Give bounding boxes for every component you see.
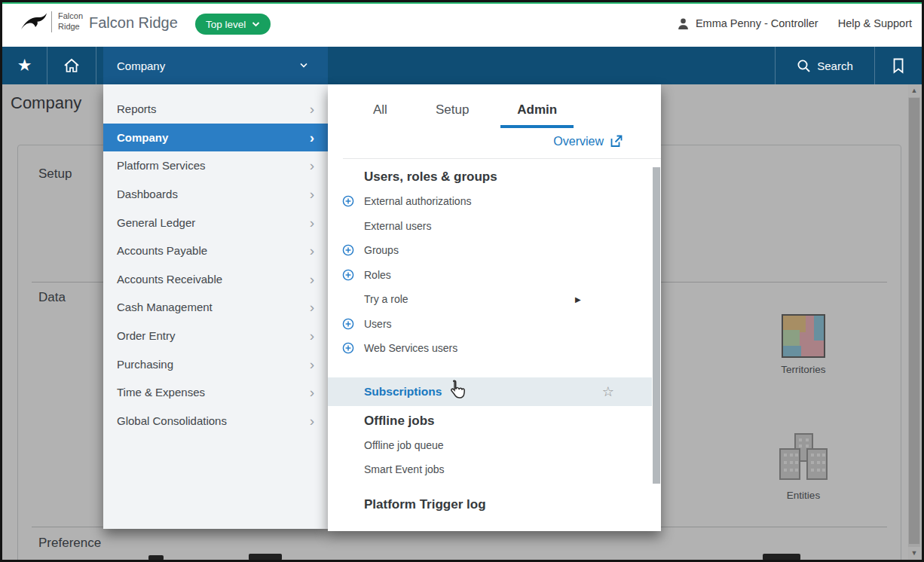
chevron-down-icon <box>252 21 260 27</box>
chevron-right-icon: › <box>310 187 314 201</box>
menu-item[interactable]: Users <box>328 312 652 337</box>
chevron-right-icon: › <box>310 357 314 371</box>
menu-item[interactable]: Roles <box>328 263 652 288</box>
favorite-star-icon[interactable]: ☆ <box>602 383 614 400</box>
logo-wordmark: Falcon Ridge <box>51 11 83 32</box>
search-icon <box>797 59 811 73</box>
module-menu-item[interactable]: Platform Services › <box>103 151 328 180</box>
falcon-logo-icon <box>20 11 47 34</box>
submenu-arrow-icon: ▶ <box>575 295 581 304</box>
overview-link[interactable]: Overview <box>553 134 623 148</box>
group-heading-users: Users, roles & groups <box>364 170 652 185</box>
favorites-button[interactable]: ★ <box>2 47 47 84</box>
add-new-icon[interactable] <box>342 244 354 256</box>
home-button[interactable] <box>47 47 96 84</box>
chevron-right-icon: › <box>310 102 314 116</box>
module-menu-item[interactable]: Time & Expenses › <box>103 378 328 407</box>
module-menu-item[interactable]: Reports › <box>103 95 328 124</box>
entity-selector[interactable]: Top level <box>195 14 271 35</box>
chevron-right-icon: › <box>310 243 314 258</box>
menu-item-subscriptions[interactable]: Subscriptions ☆ <box>328 377 652 406</box>
cursor-pointer-icon <box>447 379 467 403</box>
chevron-right-icon: › <box>310 414 314 428</box>
chevron-right-icon: › <box>310 215 314 230</box>
menu-tab[interactable]: All <box>356 98 404 128</box>
add-new-icon[interactable] <box>342 318 354 330</box>
search-button[interactable]: Search <box>775 47 874 84</box>
module-menu-panel: Reports › Company › Platform Services › … <box>103 84 328 529</box>
home-icon <box>63 57 81 74</box>
menu-item[interactable]: External users <box>328 214 652 239</box>
bookmarks-button[interactable] <box>874 47 922 84</box>
chevron-right-icon: › <box>310 328 314 343</box>
menu-item[interactable]: Try a role ▶ <box>328 287 652 312</box>
external-link-icon <box>609 134 623 148</box>
menu-item[interactable]: Web Services users <box>328 336 652 361</box>
module-menu-item[interactable]: Accounts Payable › <box>103 237 328 265</box>
star-icon: ★ <box>17 57 32 74</box>
top-header: Falcon Ridge Falcon Ridge Top level Emma… <box>0 0 924 47</box>
admin-menu-list: Users, roles & groups External authoriza… <box>328 159 652 531</box>
help-support-link[interactable]: Help & Support <box>838 17 912 29</box>
menu-tab[interactable]: Admin <box>500 98 574 128</box>
company-menu-button[interactable]: Company <box>103 47 328 84</box>
add-new-icon[interactable] <box>342 342 354 354</box>
chevron-right-icon: › <box>310 272 314 286</box>
chevron-right-icon: › <box>310 300 314 314</box>
menu-tab[interactable]: Setup <box>419 98 485 128</box>
module-menu-item[interactable]: Order Entry › <box>103 322 328 350</box>
chevron-down-icon <box>299 62 308 69</box>
module-menu-item[interactable]: Accounts Receivable › <box>103 265 328 294</box>
add-new-icon[interactable] <box>342 195 354 207</box>
user-menu[interactable]: Emma Penny - Controller <box>677 17 818 30</box>
chevron-right-icon: › <box>310 130 314 145</box>
menu-detail-panel: All Setup Admin Overview Users, roles & … <box>328 84 661 531</box>
group-heading-platform-trigger-log: Platform Trigger log <box>364 497 652 512</box>
add-new-icon[interactable] <box>342 269 354 281</box>
menu-item[interactable]: Groups <box>328 238 652 263</box>
menu-item[interactable]: Smart Event jobs <box>328 457 652 482</box>
module-menu-item[interactable]: Global Consolidations › <box>103 407 328 435</box>
group-heading-offline-jobs: Offline jobs <box>364 414 652 429</box>
menu-tabs: All Setup Admin <box>356 98 574 128</box>
user-icon <box>677 17 690 30</box>
module-menu-item[interactable]: Cash Management › <box>103 293 328 322</box>
module-menu-item[interactable]: General Ledger › <box>103 208 328 237</box>
brand-accent-line <box>2 2 922 4</box>
chevron-right-icon: › <box>310 158 314 173</box>
module-menu-item[interactable]: Purchasing › <box>103 350 328 378</box>
app-window: Falcon Ridge Falcon Ridge Top level Emma… <box>0 0 924 562</box>
main-navbar: ★ Company Search <box>0 47 924 84</box>
chevron-right-icon: › <box>310 385 314 399</box>
module-menu-item[interactable]: Company › <box>103 124 328 152</box>
menu-item[interactable]: Offline job queue <box>328 433 652 458</box>
menu-scrollbar-thumb[interactable] <box>653 167 660 484</box>
menu-item[interactable]: External authorizations <box>328 189 652 214</box>
company-name: Falcon Ridge <box>89 14 178 32</box>
module-menu-item[interactable]: Dashboards › <box>103 180 328 209</box>
bookmark-icon <box>892 58 904 74</box>
